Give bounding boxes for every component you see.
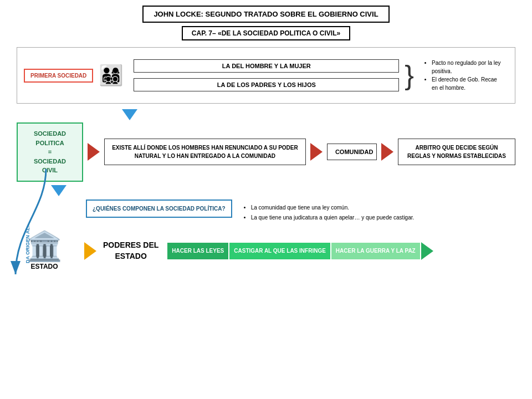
sociedad1-text: LA DEL HOMBRE Y LA MUJER — [222, 63, 311, 69]
svg-text:DA ORIGEN AL…: DA ORIGEN AL… — [25, 222, 30, 263]
poderes-boxes: HACER LAS LEYES CASTIGAR AL QUE LAS INFR… — [167, 243, 420, 259]
sp-label2: = — [48, 149, 52, 155]
main-container: JOHN LOCKE: SEGUNDO TRATADO SOBRE EL GOB… — [0, 0, 532, 399]
quienes-box: ¿QUIÉNES COMPONEN LA SOCIEDAD POLÍTICA? — [86, 200, 232, 218]
section4: 🏛️ ESTADO PODERES DEL ESTADO HACER LAS L… — [17, 232, 515, 270]
arbitro-text: ARBITRO QUE DECIDE SEGÚN REGLAS Y NORMAS… — [407, 145, 506, 159]
down-arrow-blue — [122, 109, 137, 120]
sp-label1: SOCIEDAD POLITICA — [34, 130, 66, 146]
title-text: JOHN LOCKE: SEGUNDO TRATADO SOBRE EL GOB… — [154, 10, 378, 18]
poder-guerra: HACER LA GUERRA Y LA PAZ — [331, 243, 420, 259]
poderes-label: PODERES DEL ESTADO — [103, 240, 158, 262]
poder-hacer-leyes: HACER LAS LEYES — [167, 243, 228, 259]
arrow3 — [381, 143, 393, 161]
brace-area: } — [405, 62, 414, 89]
sociedad2-text: LA DE LOS PADRES Y LOS HIJOS — [217, 81, 316, 88]
primera-sociedad-box: PRIMERA SOCIEDAD — [24, 69, 93, 83]
quienes-bullets: La comunidad que tiene una ley común. La… — [238, 200, 420, 226]
section2: SOCIEDAD POLITICA = SOCIEDAD CIVIL EXIST… — [17, 122, 515, 182]
comunidad-box: COMUNIDAD — [327, 144, 377, 160]
sociedad-labels: LA DEL HOMBRE Y LA MUJER LA DE LOS PADRE… — [134, 59, 399, 91]
comunidad-text: COMUNIDAD — [335, 149, 373, 155]
bullet-box: Pacto no regulado por la ley positiva. E… — [420, 55, 508, 95]
estado-arrow — [84, 242, 96, 260]
da-origen-svg: DA ORIGEN AL… — [10, 163, 82, 291]
subtitle-text: CAP. 7– «DE LA SOCIEDAD POLITICA O CIVIL… — [192, 29, 340, 37]
sociedad1-box: LA DEL HOMBRE Y LA MUJER — [134, 59, 399, 73]
bullet1: Pacto no regulado por la ley positiva. — [432, 59, 504, 75]
quienes-text: ¿QUIÉNES COMPONEN LA SOCIEDAD POLÍTICA? — [93, 206, 226, 212]
arbitro-box: ARBITRO QUE DECIDE SEGÚN REGLAS Y NORMAS… — [398, 139, 515, 165]
arrow1 — [88, 143, 100, 161]
down-arrow-container — [122, 109, 526, 120]
sociedad2-box: LA DE LOS PADRES Y LOS HIJOS — [134, 78, 399, 91]
quienes-bullet2: La que tiene una judicatura a quien apel… — [251, 213, 415, 223]
quienes-bullet1: La comunidad que tiene una ley común. — [251, 203, 415, 213]
bullet2: El derecho de Gob. Recae en el hombre. — [432, 75, 504, 92]
poder-castigar: CASTIGAR AL QUE LAS INFRINGE — [229, 243, 330, 259]
final-arrow — [421, 242, 433, 260]
family-icon: 👨‍👩‍👧‍👦 — [99, 64, 124, 87]
section3: ¿QUIÉNES COMPONEN LA SOCIEDAD POLÍTICA? … — [86, 200, 515, 226]
subtitle-box: CAP. 7– «DE LA SOCIEDAD POLITICA O CIVIL… — [182, 26, 350, 40]
primera-sociedad-label: PRIMERA SOCIEDAD — [30, 73, 86, 79]
title-box: JOHN LOCKE: SEGUNDO TRATADO SOBRE EL GOB… — [142, 6, 389, 23]
down-arrow2-container — [51, 185, 526, 196]
existe-box: EXISTE ALLÍ DONDE LOS HOMBRES HAN RENUNC… — [104, 139, 306, 165]
arrow2 — [310, 143, 323, 161]
existe-text: EXISTE ALLÍ DONDE LOS HOMBRES HAN RENUNC… — [112, 145, 298, 159]
section1: PRIMERA SOCIEDAD 👨‍👩‍👧‍👦 LA DEL HOMBRE Y… — [17, 47, 515, 104]
